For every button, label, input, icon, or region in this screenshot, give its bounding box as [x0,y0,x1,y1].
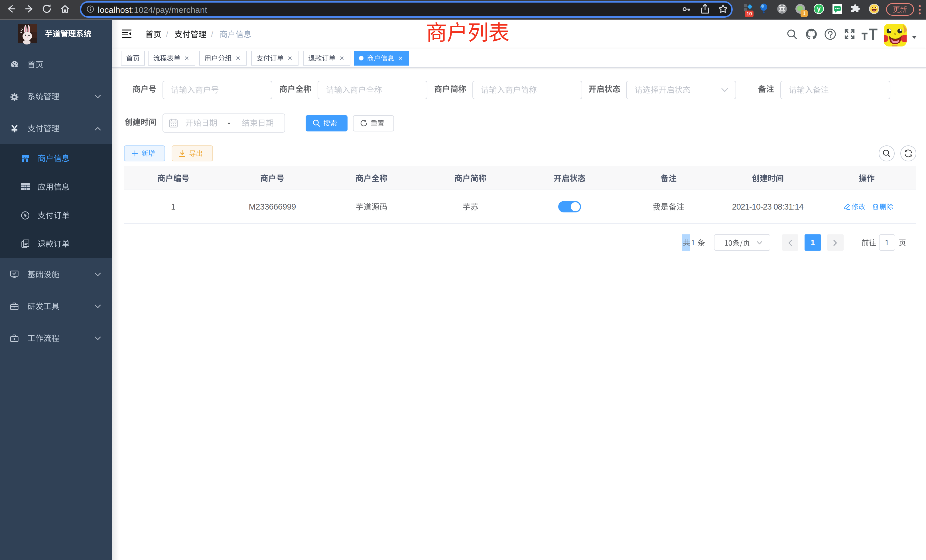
svg-text:y: y [817,5,821,12]
